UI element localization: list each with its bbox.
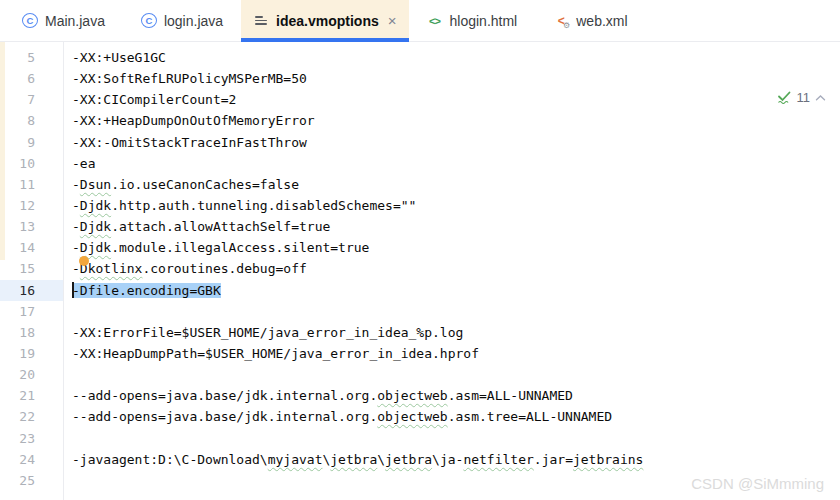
inspections-count: 11 [797,90,811,105]
code-text: - [72,240,80,255]
code-line[interactable]: -Djdk.module.illegalAccess.silent=true [72,237,840,258]
code-line[interactable]: -Djdk.attach.allowAttachSelf=true [72,216,840,237]
code-line[interactable]: -Djdk.http.auth.tunneling.disabledScheme… [72,195,840,216]
code-line[interactable]: -XX:HeapDumpPath=$USER_HOME/java_error_i… [72,343,840,364]
tab-label: web.xml [576,13,627,29]
line-number[interactable]: 16 [0,280,63,301]
line-number[interactable]: 15 [0,258,63,279]
line-number[interactable]: 24 [0,449,63,470]
code-text: -XX:-OmitStackTraceInFastThrow [72,135,307,150]
code-text: jetbra [385,452,432,467]
line-number[interactable]: 11 [0,174,63,195]
code-line[interactable]: -XX:+HeapDumpOnOutOfMemoryError [72,110,840,131]
line-number[interactable]: 25 [0,470,63,491]
line-number[interactable]: 10 [0,153,63,174]
code-text: Dkotlinx [80,261,143,276]
code-line[interactable]: -XX:CICompilerCount=2 [72,89,840,110]
code-text: Djdk [80,198,111,213]
java-class-icon: C [141,13,157,28]
code-text: - [72,198,80,213]
line-number[interactable]: 23 [0,428,63,449]
editor-tab-bar: C Main.java C login.java idea.vmoptions … [0,0,840,42]
left-accent-strip [0,42,5,260]
tab-label: login.java [164,13,223,29]
line-number[interactable]: 19 [0,343,63,364]
code-line[interactable] [72,364,840,385]
line-number[interactable]: 17 [0,301,63,322]
code-line[interactable]: -XX:SoftRefLRUPolicyMSPerMB=50 [72,68,840,89]
line-number[interactable]: 5 [0,47,63,68]
code-text: -ea [72,156,95,171]
code-line[interactable] [72,428,840,449]
tab-label: Main.java [45,13,105,29]
code-line[interactable]: -XX:ErrorFile=$USER_HOME/java_error_in_i… [72,322,840,343]
tab-idea-vmoptions[interactable]: idea.vmoptions × [241,0,408,41]
code-text: Djdk [80,240,111,255]
tab-main-java[interactable]: C Main.java [4,0,123,41]
code-text: -XX:SoftRefLRUPolicyMSPerMB=50 [72,71,307,86]
code-text: -XX:HeapDumpPath=$USER_HOME/java_error_i… [72,346,479,361]
editor: 5678910111213141516171819202122232425 -X… [0,42,840,500]
line-number[interactable]: 22 [0,406,63,427]
code-text: \ [377,452,385,467]
code-text: - [72,177,80,192]
code-text: objectweb [377,388,447,403]
line-number[interactable]: 7 [0,89,63,110]
line-number[interactable]: 14 [0,237,63,258]
line-number[interactable]: 12 [0,195,63,216]
code-text: .asm=ALL-UNNAMED [448,388,573,403]
line-number[interactable]: 21 [0,385,63,406]
code-text: -XX:+UseG1GC [72,50,166,65]
code-line[interactable]: -Dfile.encoding=GBK [72,280,840,301]
code-text: .jar= [534,452,573,467]
line-number[interactable]: 13 [0,216,63,237]
code-text: jetbra [330,452,377,467]
code-line[interactable]: --add-opens=java.base/jdk.internal.org.o… [72,406,840,427]
code-line[interactable]: -javaagent:D:\C-Download\myjavat\jetbra\… [72,449,840,470]
gutter: 5678910111213141516171819202122232425 [0,42,64,500]
html-file-icon: <> [427,13,443,29]
line-number[interactable]: 9 [0,132,63,153]
tab-label: idea.vmoptions [276,13,379,29]
gear-icon: ⚙ [563,21,570,30]
code-line[interactable]: -Dsun.io.useCanonCaches=false [72,174,840,195]
java-class-icon: C [22,13,38,28]
line-number[interactable]: 8 [0,110,63,131]
code-text: .attach.allowAttachSelf=true [111,219,330,234]
xml-file-icon: <⚙ [553,13,569,29]
text-caret [72,282,74,298]
code-text: -XX:+HeapDumpOnOutOfMemoryError [72,113,315,128]
code-text: Dsun [80,177,111,192]
code-area[interactable]: -XX:+UseG1GC-XX:SoftRefLRUPolicyMSPerMB=… [64,42,840,500]
code-line[interactable]: --add-opens=java.base/jdk.internal.org.o… [72,385,840,406]
code-text: -XX:CICompilerCount=2 [72,92,236,107]
tab-label: hlogin.html [450,13,518,29]
code-line[interactable]: -XX:+UseG1GC [72,47,840,68]
tab-web-xml[interactable]: <⚙ web.xml [535,0,645,41]
code-line[interactable]: -Dkotlinx.coroutines.debug=off [72,258,840,279]
code-line[interactable]: -ea [72,153,840,174]
code-text: \ja- [432,452,463,467]
line-number[interactable]: 6 [0,68,63,89]
line-number[interactable]: 20 [0,364,63,385]
close-icon[interactable]: × [388,13,397,28]
code-line[interactable] [72,301,840,322]
code-text: .http.auth.tunneling.disabledSchemes="" [111,198,416,213]
code-text: .asm.tree=ALL-UNNAMED [448,409,612,424]
code-line[interactable]: -XX:-OmitStackTraceInFastThrow [72,132,840,153]
watermark: CSDN @SiMmming [691,475,824,492]
code-text: --add-opens=java.base/jdk.internal.org. [72,409,377,424]
tab-hlogin-html[interactable]: <> hlogin.html [409,0,536,41]
inspections-check-icon [777,90,792,105]
code-text: .io.useCanonCaches=false [111,177,299,192]
code-text: - [72,261,80,276]
code-text: jetbrains [573,452,643,467]
code-text: .module.illegalAccess.silent=true [111,240,369,255]
code-text: netfilter [463,452,533,467]
code-text: - [72,219,80,234]
code-text: myjavat [268,452,323,467]
inspections-widget[interactable]: 11 [777,90,827,105]
line-number[interactable]: 18 [0,322,63,343]
chevron-up-icon[interactable] [815,94,826,102]
tab-login-java[interactable]: C login.java [123,0,241,41]
